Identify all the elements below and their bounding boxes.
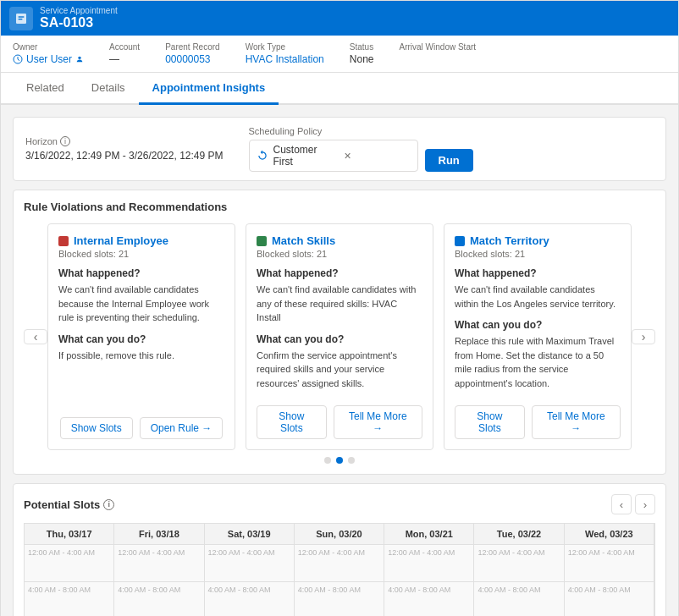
dot-1[interactable]	[336, 457, 343, 464]
policy-value: Customer First	[273, 144, 340, 168]
card-what-can-label-2: What can you do?	[455, 319, 621, 331]
show-slots-btn-0[interactable]: Show Slots	[60, 417, 133, 439]
card-title-2: Match Territory	[470, 234, 549, 247]
card-what-happened-label-2: What happened?	[455, 267, 621, 279]
dot-2[interactable]	[348, 457, 355, 464]
slot-cell-1-2: 4:00 AM - 8:00 AM	[205, 582, 295, 616]
card-what-can-label-0: What can you do?	[58, 333, 224, 345]
tab-appointment-insights[interactable]: Appointment Insights	[139, 73, 279, 105]
content-area: Horizon i 3/16/2022, 12:49 PM - 3/26/202…	[1, 105, 678, 616]
parent-record-link[interactable]: 00000053	[165, 53, 210, 65]
slot-cell-1-4: 4:00 AM - 8:00 AM	[384, 582, 474, 616]
violation-card-2: Match Territory Blocked slots: 21 What h…	[444, 223, 632, 450]
card-actions-2: Show Slots Tell Me More →	[455, 399, 621, 439]
policy-clear-button[interactable]: ×	[345, 150, 411, 162]
account-label: Account	[109, 42, 140, 52]
work-type-link[interactable]: HVAC Installation	[246, 53, 324, 65]
slots-section: Potential Slots i ‹ › Thu, 03/17 Fri, 03…	[13, 483, 666, 616]
app-header-text: Service Appointment SA-0103	[40, 6, 118, 30]
arrival-label: Arrival Window Start	[399, 42, 476, 52]
card-indicator-2	[455, 236, 465, 246]
slots-header: Potential Slots i ‹ ›	[24, 494, 655, 514]
col-header-4: Mon, 03/21	[384, 524, 474, 545]
owner-label: Owner	[13, 42, 84, 52]
status-field: Status None	[350, 42, 374, 65]
slot-cell-0-3: 12:00 AM - 4:00 AM	[295, 545, 384, 582]
scheduling-section: Scheduling Policy Customer First × Run	[249, 126, 473, 172]
work-type-field: Work Type HVAC Installation	[246, 42, 324, 65]
card-title-1: Match Skills	[272, 234, 335, 247]
card-what-can-text-0: If possible, remove this rule.	[58, 349, 224, 363]
card-what-happened-text-2: We can't find available candidates withi…	[455, 283, 621, 311]
card-indicator-0	[58, 236, 69, 246]
user-icon	[75, 55, 84, 63]
prev-card-arrow[interactable]: ‹	[24, 329, 47, 344]
tab-details[interactable]: Details	[78, 73, 139, 105]
violations-title: Rule Violations and Recommendations	[24, 201, 655, 213]
account-value: —	[109, 53, 140, 65]
slot-cell-1-0: 4:00 AM - 8:00 AM	[25, 582, 114, 616]
parent-record-field: Parent Record 00000053	[165, 42, 219, 65]
parent-record-label: Parent Record	[165, 42, 219, 52]
card-what-can-text-2: Replace this rule with Maximum Travel fr…	[455, 334, 621, 390]
policy-field: Scheduling Policy Customer First ×	[249, 126, 418, 172]
svg-rect-1	[19, 16, 25, 17]
policy-label: Scheduling Policy	[249, 126, 418, 136]
card-what-happened-text-0: We can't find available candidates becau…	[58, 283, 224, 325]
owner-value: User User	[13, 53, 84, 65]
slot-cell-1-3: 4:00 AM - 8:00 AM	[295, 582, 384, 616]
slots-next-button[interactable]: ›	[635, 494, 655, 514]
slot-cell-0-4: 12:00 AM - 4:00 AM	[384, 545, 474, 582]
next-card-arrow[interactable]: ›	[632, 329, 655, 344]
slot-cell-0-0: 12:00 AM - 4:00 AM	[25, 545, 114, 582]
open-rule-btn-0[interactable]: Open Rule →	[140, 417, 224, 439]
show-slots-btn-2[interactable]: Show Slots	[455, 405, 525, 439]
app-sub-title: Service Appointment	[40, 6, 118, 15]
horizon-row: Horizon i 3/16/2022, 12:49 PM - 3/26/202…	[13, 117, 666, 181]
violation-card-1: Match Skills Blocked slots: 21 What happ…	[246, 223, 433, 450]
app-header: Service Appointment SA-0103	[1, 1, 678, 36]
slot-cell-0-2: 12:00 AM - 4:00 AM	[205, 545, 295, 582]
owner-name: User User	[26, 53, 72, 65]
card-header-2: Match Territory	[455, 234, 621, 247]
tell-me-more-btn-1[interactable]: Tell Me More →	[334, 405, 422, 439]
card-what-happened-text-1: We can't find available candidates with …	[257, 283, 422, 325]
slots-grid: Thu, 03/17 Fri, 03/18 Sat, 03/19 Sun, 03…	[24, 523, 655, 616]
arrival-field: Arrival Window Start	[399, 42, 476, 53]
run-button[interactable]: Run	[425, 149, 473, 172]
card-actions-0: Show Slots Open Rule →	[58, 410, 224, 439]
work-type-value: HVAC Installation	[246, 53, 324, 65]
cards-row: Internal Employee Blocked slots: 21 What…	[47, 223, 632, 450]
slots-prev-button[interactable]: ‹	[611, 494, 632, 514]
col-header-5: Tue, 03/22	[474, 524, 564, 545]
slots-info-icon: i	[103, 499, 114, 510]
svg-point-4	[78, 57, 80, 59]
card-indicator-1	[257, 236, 267, 246]
card-subtitle-1: Blocked slots: 21	[257, 249, 422, 259]
card-actions-1: Show Slots Tell Me More →	[257, 399, 422, 439]
dot-0[interactable]	[324, 457, 331, 464]
policy-input[interactable]: Customer First ×	[249, 140, 418, 172]
horizon-label: Horizon i	[25, 136, 224, 146]
horizon-value: 3/16/2022, 12:49 PM - 3/26/2022, 12:49 P…	[25, 150, 224, 162]
col-header-1: Fri, 03/18	[114, 524, 204, 545]
carousel-dots	[24, 450, 655, 464]
card-title-0: Internal Employee	[74, 234, 168, 247]
owner-field: Owner User User	[13, 42, 84, 65]
col-header-2: Sat, 03/19	[205, 524, 295, 545]
work-type-label: Work Type	[246, 42, 324, 52]
tab-related[interactable]: Related	[13, 73, 78, 105]
slots-title: Potential Slots i	[24, 498, 114, 511]
slot-cell-1-6: 4:00 AM - 8:00 AM	[565, 582, 654, 616]
show-slots-btn-1[interactable]: Show Slots	[257, 405, 327, 439]
tell-me-more-btn-2[interactable]: Tell Me More →	[532, 405, 621, 439]
slot-cell-1-5: 4:00 AM - 8:00 AM	[474, 582, 564, 616]
card-header-1: Match Skills	[257, 234, 422, 247]
card-what-happened-label-1: What happened?	[257, 267, 422, 279]
col-header-0: Thu, 03/17	[25, 524, 114, 545]
card-what-happened-label-0: What happened?	[58, 267, 224, 279]
violations-section: Rule Violations and Recommendations ‹ In…	[13, 190, 666, 475]
card-what-can-label-1: What can you do?	[257, 333, 422, 345]
card-subtitle-0: Blocked slots: 21	[58, 249, 224, 259]
svg-rect-2	[19, 19, 23, 19]
